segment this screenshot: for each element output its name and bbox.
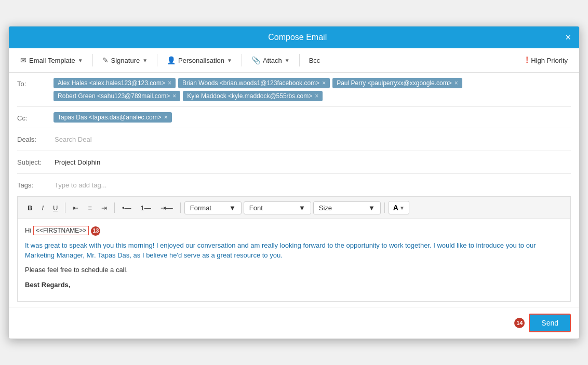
attach-icon: 📎 — [251, 56, 260, 64]
bcc-button[interactable]: Bcc — [304, 53, 326, 67]
recipient-alex-text: Alex Hales <alex.hales123@123.com> — [58, 79, 165, 87]
editor-wrapper: B I U ⇤ ≡ ⇥ •— 1— ⇥— Format ▼ Font ▼ Siz… — [17, 196, 571, 302]
body-paragraph2: Please feel free to schedule a call. — [25, 265, 563, 276]
toolbar-sep-3 — [242, 54, 242, 66]
deals-content — [54, 133, 571, 145]
email-template-icon: ✉ — [20, 56, 26, 64]
form-area: To: Alex Hales <alex.hales123@123.com> ×… — [9, 73, 579, 196]
to-row: To: Alex Hales <alex.hales123@123.com> ×… — [17, 73, 571, 107]
editor-toolbar: B I U ⇤ ≡ ⇥ •— 1— ⇥— Format ▼ Font ▼ Siz… — [17, 196, 571, 219]
toolbar-sep-4 — [299, 54, 300, 66]
recipient-chip-alex: Alex Hales <alex.hales123@123.com> × — [54, 78, 176, 88]
editor-sep-3 — [180, 202, 181, 213]
remove-paul-button[interactable]: × — [455, 79, 458, 87]
size-chevron: ▼ — [368, 204, 375, 212]
send-button[interactable]: Send — [529, 314, 571, 332]
high-priority-label: High Priority — [531, 57, 568, 64]
cc-tapas-text: Tapas Das <tapas.das@analec.com> — [58, 114, 162, 121]
bold-button[interactable]: B — [24, 202, 36, 214]
high-priority-button[interactable]: ! High Priority — [520, 52, 573, 68]
recipient-kyle-text: Kyle Maddock <kyle.maddock@555rbs.com> — [187, 92, 312, 100]
recipient-brian-text: Brian Woods <brian.woods1@123facebook.co… — [182, 79, 319, 87]
cc-label: Cc: — [17, 112, 54, 122]
cc-recipients-container: Tapas Das <tapas.das@analec.com> × — [54, 112, 571, 123]
signature-icon: ✎ — [102, 56, 109, 64]
email-template-button[interactable]: ✉ Email Template ▼ — [15, 53, 88, 67]
bcc-label: Bcc — [309, 57, 320, 64]
size-dropdown[interactable]: Size ▼ — [313, 201, 381, 214]
deals-label: Deals: — [17, 133, 54, 143]
align-left-button[interactable]: ⇤ — [69, 202, 82, 214]
to-recipients-container: Alex Hales <alex.hales123@123.com> × Bri… — [54, 78, 571, 101]
editor-sep-4 — [384, 202, 385, 213]
best-regards: Best Regards, — [25, 280, 563, 291]
email-template-label: Email Template — [29, 57, 75, 64]
attach-button[interactable]: 📎 Attach ▼ — [246, 53, 295, 67]
to-content: Alex Hales <alex.hales123@123.com> × Bri… — [54, 78, 571, 101]
deals-row: Deals: — [17, 128, 571, 151]
format-label: Format — [190, 204, 211, 212]
body-paragraph1: It was great to speak with you this morn… — [25, 240, 563, 261]
compose-email-modal: Compose Email × ✉ Email Template ▼ ✎ Sig… — [8, 26, 580, 339]
font-dropdown[interactable]: Font ▼ — [244, 201, 311, 214]
format-dropdown[interactable]: Format ▼ — [184, 201, 242, 214]
editor-scroll: Hi <<FIRSTNAME>>13 It was great to speak… — [17, 219, 571, 302]
recipient-chip-kyle: Kyle Maddock <kyle.maddock@555rbs.com> × — [183, 91, 323, 101]
cc-row: Cc: Tapas Das <tapas.das@analec.com> × — [17, 107, 571, 128]
email-template-chevron: ▼ — [78, 58, 83, 63]
tags-input[interactable] — [54, 179, 571, 191]
recipient-paul-text: Paul Perry <paulperryxx@xxgoogle.com> — [337, 79, 452, 87]
editor-body[interactable]: Hi <<FIRSTNAME>>13 It was great to speak… — [17, 219, 571, 302]
personalisation-label: Personalisation — [178, 57, 224, 64]
attach-chevron: ▼ — [285, 58, 290, 63]
cc-content: Tapas Das <tapas.das@analec.com> × — [54, 112, 571, 123]
underline-button[interactable]: U — [49, 202, 61, 214]
editor-sep-1 — [65, 202, 65, 213]
remove-tapas-button[interactable]: × — [164, 114, 168, 121]
recipient-robert-text: Robert Green <sahu123@789mail.com> — [58, 92, 170, 100]
align-right-button[interactable]: ⇥ — [98, 202, 111, 214]
personalisation-icon: 👤 — [167, 56, 176, 64]
italic-button[interactable]: I — [38, 202, 47, 214]
deals-input[interactable] — [54, 133, 571, 145]
format-chevron: ▼ — [229, 204, 236, 212]
bullet-list-button[interactable]: •— — [118, 202, 135, 214]
font-color-letter: A — [393, 204, 398, 212]
toolbar-sep-2 — [157, 54, 157, 66]
ordered-list-button[interactable]: 1— — [137, 202, 155, 214]
footer-row: 14 Send — [9, 307, 579, 339]
remove-brian-button[interactable]: × — [322, 79, 326, 87]
tags-label: Tags: — [17, 179, 54, 189]
attach-label: Attach — [263, 57, 282, 64]
badge-14: 14 — [514, 318, 525, 328]
close-button[interactable]: × — [565, 33, 571, 42]
hi-text: Hi — [25, 226, 31, 234]
signature-button[interactable]: ✎ Signature ▼ — [97, 53, 153, 67]
toolbar-row: ✉ Email Template ▼ ✎ Signature ▼ 👤 Perso… — [9, 48, 579, 73]
remove-robert-button[interactable]: × — [172, 92, 176, 100]
align-center-button[interactable]: ≡ — [84, 202, 96, 214]
personalisation-chevron: ▼ — [227, 58, 232, 63]
firstname-tag: <<FIRSTNAME>> — [33, 226, 89, 235]
subject-label: Subject: — [17, 156, 54, 166]
font-color-chevron: ▼ — [399, 205, 405, 211]
size-label: Size — [319, 204, 332, 212]
remove-alex-button[interactable]: × — [168, 79, 171, 87]
indent-button[interactable]: ⇥— — [157, 202, 177, 214]
recipient-chip-paul: Paul Perry <paulperryxx@xxgoogle.com> × — [332, 78, 462, 88]
signature-chevron: ▼ — [142, 58, 148, 63]
signature-label: Signature — [111, 57, 140, 64]
remove-kyle-button[interactable]: × — [315, 92, 318, 100]
badge-13: 13 — [91, 226, 100, 236]
modal-header: Compose Email × — [9, 26, 579, 48]
subject-content: Project Dolphin — [54, 156, 571, 168]
personalisation-button[interactable]: 👤 Personalisation ▼ — [162, 53, 237, 67]
editor-sep-2 — [114, 202, 115, 213]
subject-row: Subject: Project Dolphin — [17, 151, 571, 174]
font-chevron: ▼ — [299, 204, 305, 212]
tags-row: Tags: — [17, 174, 571, 196]
modal-title: Compose Email — [30, 33, 565, 42]
subject-value[interactable]: Project Dolphin — [54, 156, 571, 168]
to-label: To: — [17, 78, 54, 88]
font-color-button[interactable]: A ▼ — [389, 201, 409, 214]
